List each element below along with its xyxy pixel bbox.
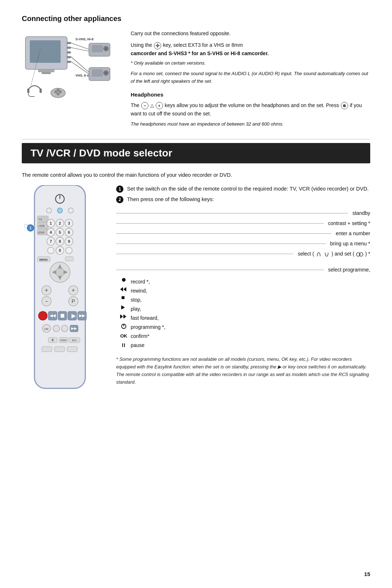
connecting-text: Carry out the connections featured oppos… — [131, 29, 370, 128]
svg-rect-3 — [42, 72, 51, 74]
svg-rect-1 — [30, 40, 61, 63]
func-ff: fast forward, — [120, 314, 370, 322]
stop-label: stop, — [131, 296, 142, 304]
triangle-key: △ — [150, 103, 154, 108]
svg-text:−: − — [45, 298, 48, 304]
func-rewind: rewind, — [120, 287, 370, 295]
svg-rect-4 — [67, 42, 71, 44]
label-contrast: contrast + setting * — [116, 220, 370, 227]
mode-selector-body: TV –VCR LDVD 1 2 3 4 5 6 — [22, 185, 370, 397]
record-label: record *, — [131, 278, 150, 286]
note1: * Only available on certain versions. — [131, 60, 370, 67]
svg-text:+: + — [72, 287, 75, 293]
pause-icon: II — [120, 342, 128, 349]
programming-icon — [120, 323, 128, 329]
label-enter-number: enter a number — [116, 230, 370, 237]
mode-selector-intro: The remote control allows you to control… — [22, 171, 370, 179]
remote-svg: TV –VCR LDVD 1 2 3 4 5 6 — [22, 185, 98, 396]
svg-rect-13 — [92, 45, 103, 52]
svg-text:3: 3 — [68, 221, 70, 225]
select-icon — [315, 251, 322, 258]
svg-text:+: + — [45, 287, 48, 293]
svg-text:0: 0 — [59, 248, 61, 253]
svg-point-22 — [105, 72, 107, 74]
svg-line-18 — [71, 61, 89, 74]
rewind-label: rewind, — [131, 287, 147, 295]
svg-point-64 — [66, 247, 72, 254]
ff-label: fast forward, — [131, 314, 159, 322]
step-num-1: 1 — [116, 185, 123, 193]
select-icon2 — [323, 251, 330, 258]
key-select-label: key, select EXT3 for a VHS or 8mm — [163, 42, 243, 48]
play-triangle — [121, 305, 125, 310]
func-confirm: OK confirm* — [120, 332, 370, 340]
play-icon — [120, 305, 128, 310]
svg-point-28 — [57, 89, 60, 91]
ext3-key-symbol: ➕ — [154, 42, 161, 49]
remote-illustration: TV –VCR LDVD 1 2 3 4 5 6 — [22, 185, 105, 397]
svg-text:8: 8 — [59, 239, 61, 244]
step-list: 1 Set the switch on the side of the remo… — [116, 185, 370, 204]
func-stop: stop, — [120, 296, 370, 304]
svg-point-94 — [61, 325, 68, 332]
mode-selector-title: TV /VCR / DVD mode selector — [30, 147, 172, 159]
svg-text:▶▶: ▶▶ — [71, 326, 77, 330]
func-record: record *, — [120, 278, 370, 286]
svg-rect-105 — [67, 347, 77, 352]
record-icon — [120, 278, 128, 282]
label-standby: standby — [116, 209, 370, 217]
step2-label: Then press one of the following keys: — [127, 196, 214, 204]
svg-text:II: II — [52, 338, 53, 342]
rewind-triangles — [120, 287, 126, 291]
svg-text:OK: OK — [44, 327, 49, 331]
programming-label: programming *, — [131, 323, 166, 331]
function-list: record *, rewind, stop, — [120, 278, 370, 349]
svg-text:MENU: MENU — [39, 258, 48, 261]
svg-line-11 — [71, 48, 89, 51]
svg-rect-2 — [38, 69, 54, 72]
camcorder-label: camcorder and S-VHS3 * for an S-VHS or H… — [131, 50, 269, 56]
appliances-illustration: S-VHS, Hi-8 VHS, 8 mm — [22, 29, 113, 102]
svg-text:7: 7 — [50, 239, 52, 244]
svg-rect-24 — [40, 89, 42, 93]
pause-label: pause — [131, 342, 144, 349]
func-play: play, — [120, 305, 370, 313]
page-number: 15 — [364, 571, 370, 577]
line-select-programme — [116, 270, 324, 270]
play-label: play, — [131, 305, 141, 313]
svg-rect-20 — [92, 69, 103, 77]
line-select-set — [116, 254, 293, 254]
svg-rect-31 — [34, 185, 85, 388]
ff-icon — [120, 314, 128, 319]
svg-text:DSD: DSD — [61, 339, 67, 342]
svg-text:8/11: 8/11 — [72, 339, 77, 342]
svg-text:6: 6 — [68, 230, 70, 234]
func-programming: programming *, — [120, 323, 370, 331]
confirm-label: confirm* — [131, 332, 149, 340]
line-bring-up-menu — [116, 244, 326, 244]
hp-text1: The — [131, 102, 139, 108]
svg-text:◀◀: ◀◀ — [50, 313, 56, 318]
svg-rect-23 — [27, 89, 29, 93]
stop-square — [122, 296, 124, 299]
svg-rect-6 — [67, 52, 71, 53]
ff-triangles — [120, 314, 126, 319]
svg-text:LDVD: LDVD — [38, 231, 45, 234]
contrast-label: contrast + setting * — [328, 220, 370, 227]
line-contrast — [116, 223, 324, 224]
svg-rect-8 — [67, 61, 71, 63]
page: Connecting other appliances S-VHS, Hi-8 — [0, 0, 392, 588]
instructions-side: 1 Set the switch on the side of the remo… — [116, 185, 370, 386]
set-icon — [356, 252, 364, 257]
connecting-section: S-VHS, Hi-8 VHS, 8 mm — [22, 29, 370, 128]
svg-point-35 — [57, 208, 62, 213]
svg-rect-67 — [65, 257, 73, 261]
headphones-title: Headphones — [131, 90, 370, 99]
hp-text2: keys allow you to adjust the volume on t… — [165, 102, 339, 108]
func-pause: II pause — [120, 342, 370, 349]
svg-text:S-VHS, Hi-8: S-VHS, Hi-8 — [75, 37, 94, 41]
diagram-labels: standby contrast + setting * enter a num… — [116, 209, 370, 274]
svg-text:P: P — [72, 298, 75, 304]
svg-point-29 — [57, 93, 60, 95]
svg-point-69 — [56, 268, 64, 277]
